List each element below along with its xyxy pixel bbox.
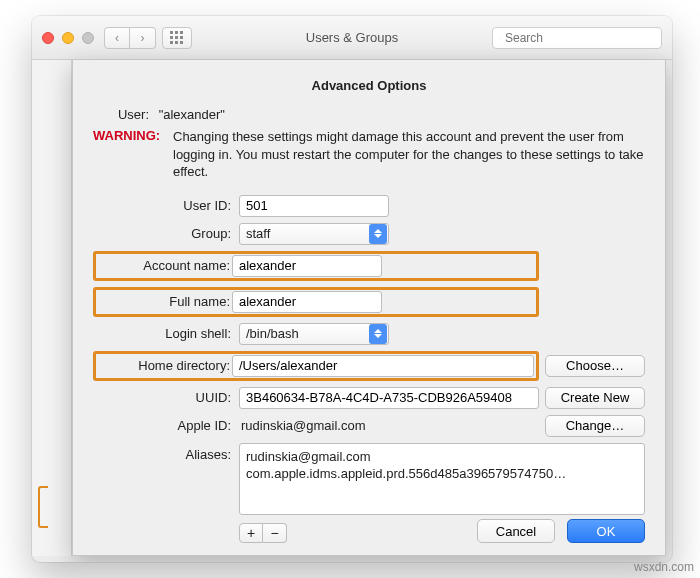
full-name-row-highlight: Full name:: [93, 287, 539, 317]
apple-id-value: rudinskia@gmail.com: [239, 415, 539, 436]
account-name-row-highlight: Account name:: [93, 251, 539, 281]
advanced-options-sheet: Advanced Options User: "alexander" WARNI…: [72, 60, 666, 556]
search-field[interactable]: [492, 27, 662, 49]
create-new-button[interactable]: Create New: [545, 387, 645, 409]
account-name-label: Account name:: [98, 258, 232, 273]
uuid-input[interactable]: [239, 387, 539, 409]
nav-back-forward: ‹ ›: [104, 27, 156, 49]
home-directory-label: Home directory:: [98, 358, 232, 373]
grid-icon: [170, 31, 184, 45]
titlebar: ‹ › Users & Groups: [32, 16, 672, 60]
search-input[interactable]: [505, 31, 655, 45]
warning-label: WARNING:: [93, 128, 173, 181]
user-line: User: "alexander": [93, 107, 645, 122]
user-value: "alexander": [159, 107, 225, 122]
search-icon: [499, 32, 500, 44]
uuid-label: UUID:: [93, 390, 233, 405]
form-grid: User ID: Group: staff Account name: Full…: [93, 195, 645, 543]
user-id-field: [239, 195, 539, 217]
close-window-button[interactable]: [42, 32, 54, 44]
alias-item[interactable]: com.apple.idms.appleid.prd.556d485a39657…: [246, 465, 638, 483]
warning-text: Changing these settings might damage thi…: [173, 128, 645, 181]
home-directory-input[interactable]: [232, 355, 534, 377]
forward-button[interactable]: ›: [130, 27, 156, 49]
account-name-input[interactable]: [232, 255, 382, 277]
group-value: staff: [246, 226, 270, 241]
back-button[interactable]: ‹: [104, 27, 130, 49]
aliases-label: Aliases:: [93, 443, 233, 462]
ok-button[interactable]: OK: [567, 519, 645, 543]
change-button[interactable]: Change…: [545, 415, 645, 437]
login-shell-select[interactable]: /bin/bash: [239, 323, 389, 345]
warning-row: WARNING: Changing these settings might d…: [93, 128, 645, 181]
remove-alias-button[interactable]: −: [263, 523, 287, 543]
home-directory-row-highlight: Home directory:: [93, 351, 539, 381]
apple-id-label: Apple ID:: [93, 418, 233, 433]
group-field: staff: [239, 223, 539, 245]
updown-icon: [369, 224, 387, 244]
chevron-left-icon: ‹: [115, 31, 119, 45]
full-name-label: Full name:: [98, 294, 232, 309]
watermark: wsxdn.com: [634, 560, 694, 574]
svg-rect-5: [180, 36, 183, 39]
window-controls: [42, 32, 94, 44]
show-all-button[interactable]: [162, 27, 192, 49]
svg-rect-7: [175, 41, 178, 44]
group-label: Group:: [93, 226, 233, 241]
aliases-list[interactable]: rudinskia@gmail.com com.apple.idms.apple…: [239, 443, 645, 515]
login-shell-field: /bin/bash: [239, 323, 539, 345]
user-id-input[interactable]: [239, 195, 389, 217]
svg-rect-3: [170, 36, 173, 39]
chevron-right-icon: ›: [141, 31, 145, 45]
sheet-footer: Cancel OK: [477, 519, 645, 543]
cancel-button[interactable]: Cancel: [477, 519, 555, 543]
zoom-window-button[interactable]: [82, 32, 94, 44]
svg-rect-1: [175, 31, 178, 34]
choose-button[interactable]: Choose…: [545, 355, 645, 377]
background-pane-left-edge: [32, 60, 72, 556]
group-select[interactable]: staff: [239, 223, 389, 245]
add-alias-button[interactable]: +: [239, 523, 263, 543]
login-shell-label: Login shell:: [93, 326, 233, 341]
alias-item[interactable]: rudinskia@gmail.com: [246, 448, 638, 466]
svg-rect-8: [180, 41, 183, 44]
sheet-heading: Advanced Options: [93, 78, 645, 93]
user-label: User:: [93, 107, 149, 122]
svg-rect-4: [175, 36, 178, 39]
user-id-label: User ID:: [93, 198, 233, 213]
updown-icon: [369, 324, 387, 344]
svg-rect-0: [170, 31, 173, 34]
svg-rect-2: [180, 31, 183, 34]
login-shell-value: /bin/bash: [246, 326, 299, 341]
svg-rect-6: [170, 41, 173, 44]
minimize-window-button[interactable]: [62, 32, 74, 44]
preferences-window: ‹ › Users & Groups Advanced Options User…: [32, 16, 672, 562]
full-name-input[interactable]: [232, 291, 382, 313]
